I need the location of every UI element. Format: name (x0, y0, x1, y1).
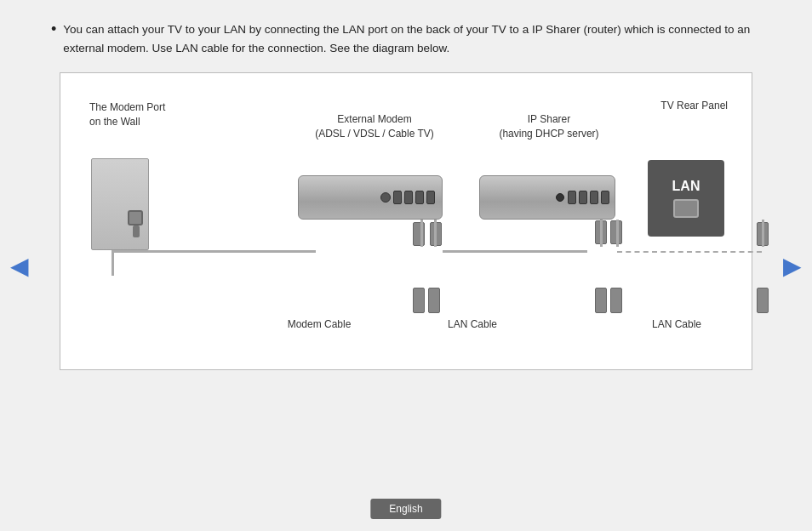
tv-rear-label: TV Rear Panel (660, 99, 728, 113)
ip-sharer-label: IP Sharer (having DHCP server) (489, 112, 609, 141)
ip-sharer-device (479, 175, 615, 220)
port-2 (393, 191, 402, 204)
lan-cable-2-dashed (617, 251, 762, 253)
lan-label: LAN (672, 179, 700, 194)
wall-illustration (91, 158, 149, 250)
bullet-text: You can attach your TV to your LAN by co… (63, 20, 761, 57)
modem-port-label: The Modem Port on the Wall (89, 100, 165, 129)
modem-cable-horiz (112, 250, 316, 253)
ext-modem-label: External Modem (ADSL / VDSL / Cable TV) (306, 112, 443, 141)
main-content: • You can attach your TV to your LAN by … (0, 0, 812, 387)
lan-port-icon (673, 199, 699, 218)
vert-line-5 (762, 220, 764, 247)
sharer-indicator (556, 193, 564, 202)
ext-modem-device (298, 175, 443, 220)
sharer-ports (568, 191, 609, 204)
vert-line-2 (434, 220, 437, 247)
bottom-connector-1a (413, 288, 425, 313)
diagram-inner: The Modem Port on the Wall TV Rear Panel… (81, 90, 731, 354)
lan-cable-2-label: LAN Cable (634, 318, 719, 330)
lan-cable-1-label: LAN Cable (430, 318, 515, 330)
bottom-connector-2b (610, 288, 622, 313)
bottom-connector-3 (757, 288, 769, 313)
sharer-port-4 (601, 191, 609, 204)
sharer-port-1 (568, 191, 576, 204)
port-5 (426, 191, 435, 204)
sharer-port-3 (590, 191, 598, 204)
port-1 (380, 192, 391, 203)
vert-line-4 (616, 220, 619, 247)
port-3 (404, 191, 413, 204)
bottom-connector-2a (595, 288, 607, 313)
lan-panel: LAN (648, 160, 724, 237)
sharer-port-2 (579, 191, 587, 204)
vert-line-1 (420, 220, 423, 247)
bullet-item: • You can attach your TV to your LAN by … (51, 20, 761, 57)
diagram-box: The Modem Port on the Wall TV Rear Panel… (60, 72, 752, 370)
vert-line-3 (600, 220, 603, 247)
wall-cable-out (133, 226, 140, 237)
modem-ports (380, 191, 435, 204)
lan-cable-1-horiz (443, 250, 587, 253)
modem-cable-label: Modem Cable (268, 318, 370, 330)
wall-socket-hole (128, 210, 143, 226)
language-button[interactable]: English (370, 499, 441, 519)
wall-cable-vert (112, 250, 114, 276)
bottom-connector-1b (428, 288, 440, 313)
bullet-dot: • (51, 19, 56, 40)
port-4 (415, 191, 424, 204)
language-bar: English (370, 499, 441, 519)
